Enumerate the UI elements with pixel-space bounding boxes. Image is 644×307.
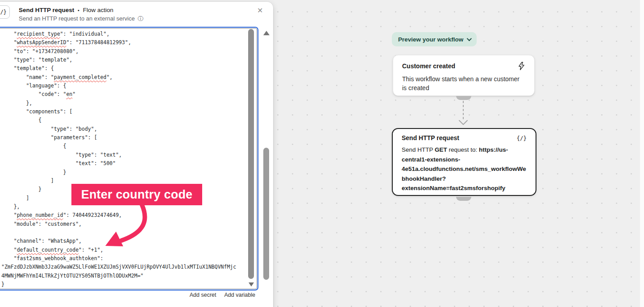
panel-scrollbar-up-arrow[interactable] [263, 31, 270, 35]
close-icon[interactable]: ✕ [257, 7, 263, 14]
add-variable-button[interactable]: Add variable [224, 292, 256, 298]
flow-action-config-panel: {/} Send HTTP request • Flow action Send… [0, 2, 273, 307]
trigger-card-description: This workflow starts when a new customer… [402, 75, 525, 92]
annotation-callout: Enter country code [71, 184, 202, 205]
panel-header: {/} Send HTTP request • Flow action Send… [0, 2, 273, 27]
code-braces-icon: {/} [0, 5, 10, 19]
info-icon[interactable]: ⓘ [138, 16, 144, 22]
page-right-edge [640, 0, 644, 307]
editor-scrollbar-thumb[interactable] [248, 29, 254, 279]
action-card-send-http-request[interactable]: Send HTTP request {/} Send HTTP GET requ… [392, 128, 536, 196]
action-card-description: Send HTTP GET request to: https://us-cen… [402, 145, 527, 193]
panel-title: Send HTTP request [19, 7, 74, 13]
trigger-card-title: Customer created [402, 62, 455, 70]
panel-description: Send an HTTP request to an external serv… [19, 15, 143, 23]
code-braces-icon: {/} [516, 135, 527, 141]
connector-stub-bottom [456, 197, 471, 201]
action-card-title: Send HTTP request [402, 134, 459, 141]
panel-scrollbar-thumb[interactable] [263, 148, 269, 280]
editor-scrollbar-down-arrow[interactable] [249, 282, 254, 286]
panel-title-row: Send HTTP request • Flow action [19, 6, 143, 14]
panel-type-label: Flow action [83, 7, 113, 13]
trigger-card-customer-created[interactable]: Customer created This workflow starts wh… [393, 55, 535, 96]
annotation-arrow [89, 203, 156, 252]
chevron-down-icon [467, 36, 472, 41]
connector-stub-top [456, 96, 471, 100]
preview-workflow-label: Preview your workflow [398, 36, 463, 43]
title-separator: • [78, 8, 79, 13]
connector-dashed-arrow [457, 100, 469, 127]
add-secret-button[interactable]: Add secret [190, 292, 216, 298]
preview-workflow-button[interactable]: Preview your workflow [392, 32, 477, 46]
lightning-bolt-icon [518, 62, 525, 71]
